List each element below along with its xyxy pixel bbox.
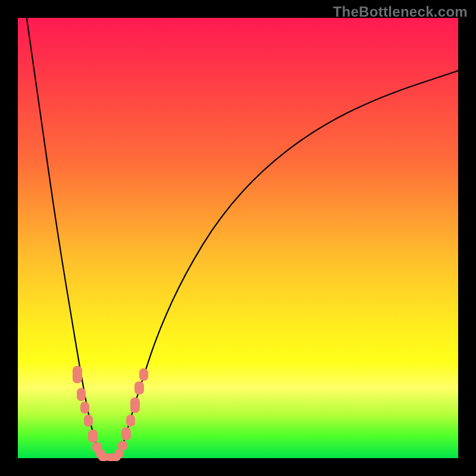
marker-right-5 [134, 381, 144, 394]
marker-right-6 [139, 368, 149, 381]
marker-left-0 [73, 366, 82, 384]
marker-right-1 [118, 441, 127, 450]
chart-stage: TheBottleneck.com [0, 0, 476, 476]
marker-left-4 [88, 430, 98, 443]
marker-left-3 [84, 415, 93, 427]
marker-left-1 [77, 388, 86, 401]
curve-left [27, 18, 102, 458]
marker-bottom-2 [110, 453, 121, 461]
marker-left-2 [80, 402, 90, 414]
plot-area [18, 18, 458, 458]
marker-right-2 [121, 427, 131, 440]
marker-right-3 [126, 415, 136, 427]
curve-right [119, 71, 458, 458]
marker-right-4 [130, 397, 140, 413]
